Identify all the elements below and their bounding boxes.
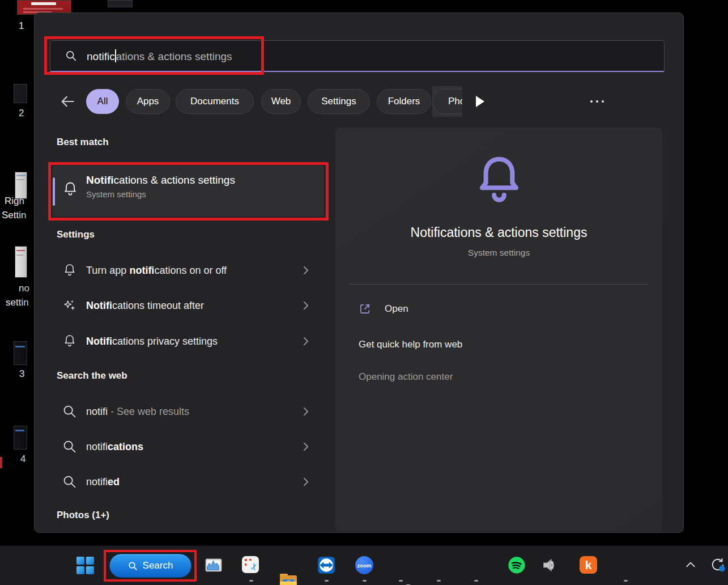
- spotify-icon[interactable]: [508, 556, 526, 574]
- bell-icon: [62, 263, 77, 278]
- search-icon: [65, 50, 77, 62]
- zoom-icon[interactable]: zoom: [355, 556, 373, 574]
- tab-documents[interactable]: Documents: [176, 89, 254, 114]
- scissors-glyph: ✂: [248, 561, 260, 572]
- web-section-header: Search the web: [57, 370, 127, 381]
- tab-all[interactable]: All: [86, 89, 119, 114]
- quick-help-link[interactable]: Get quick help from web: [359, 339, 462, 350]
- running-indicator: [363, 580, 367, 582]
- desktop-file-thumbnail[interactable]: [14, 341, 27, 365]
- tab-label: Apps: [137, 96, 159, 107]
- running-indicator: [249, 580, 253, 582]
- running-indicator: [399, 580, 403, 582]
- tray-chevron-icon[interactable]: [686, 561, 696, 568]
- thumbnail-detail: [0, 457, 2, 468]
- thumbnail-detail: [31, 2, 56, 5]
- best-match-header: Best match: [57, 137, 109, 148]
- preview-pane: Notifications & actions settings System …: [335, 128, 662, 532]
- desktop-icon-label[interactable]: 2: [19, 108, 24, 119]
- best-match-result[interactable]: Notifications & actions settings System …: [53, 166, 324, 217]
- tab-label: Folders: [388, 96, 420, 107]
- desktop-icon-label[interactable]: no: [19, 283, 29, 294]
- windows-start-icon[interactable]: [76, 557, 95, 575]
- result-web-notifi[interactable]: notifi - See web results: [57, 400, 317, 423]
- search-icon: [128, 561, 138, 571]
- result-notifications-privacy[interactable]: Notifications privacy settings: [57, 329, 317, 353]
- desktop-file-thumbnail[interactable]: [14, 426, 27, 450]
- open-label: Open: [385, 303, 408, 315]
- tab-label: Web: [271, 96, 291, 107]
- desktop-icon-label[interactable]: settin: [6, 297, 29, 308]
- divider: [350, 284, 648, 285]
- bell-icon: [473, 152, 525, 210]
- desktop-file-thumbnail[interactable]: [15, 246, 27, 278]
- result-web-notified[interactable]: notified: [57, 470, 317, 494]
- best-match-title: Notifications & actions settings: [86, 174, 235, 186]
- thumbnail-detail: [16, 175, 25, 176]
- tab-settings[interactable]: Settings: [308, 89, 370, 114]
- taskbar-search-button[interactable]: Search: [109, 554, 191, 578]
- taskbar-search-label: Search: [143, 560, 173, 571]
- preview-title: Notifications & actions settings: [335, 225, 662, 240]
- open-button[interactable]: Open: [359, 303, 408, 315]
- running-indicator: [325, 580, 329, 582]
- thumbnail-detail: [23, 8, 63, 10]
- settings-section-header: Settings: [57, 229, 95, 240]
- desktop-icon-label[interactable]: Righ: [5, 196, 24, 207]
- thumbnail-detail: [15, 430, 24, 431]
- desktop-file-thumbnail[interactable]: [15, 172, 27, 199]
- tab-web[interactable]: Web: [261, 89, 301, 114]
- tab-apps[interactable]: Apps: [126, 89, 170, 114]
- result-label: notifi - See web results: [86, 406, 189, 418]
- photos-section-header: Photos (1+): [57, 510, 109, 521]
- zoom-label: zoom: [357, 562, 372, 569]
- desktop-icon-label[interactable]: 3: [19, 368, 24, 380]
- task-manager-icon[interactable]: [205, 556, 223, 574]
- kami-icon[interactable]: k: [580, 556, 597, 574]
- result-turn-app-notifications[interactable]: Turn app notifications on or off: [57, 258, 317, 282]
- scroll-right-icon[interactable]: [476, 96, 484, 107]
- best-match-subtitle: System settings: [86, 189, 235, 199]
- result-web-notifications[interactable]: notifications: [57, 435, 317, 459]
- tab-label: Pho: [448, 96, 462, 107]
- tab-photos[interactable]: Pho: [432, 89, 462, 114]
- chevron-right-icon: [302, 406, 309, 417]
- result-label: notified: [86, 476, 120, 488]
- tab-label: All: [97, 96, 108, 107]
- search-icon: [62, 404, 77, 419]
- back-arrow-icon[interactable]: [59, 93, 76, 110]
- bell-icon: [62, 334, 77, 349]
- volume-icon[interactable]: [541, 556, 560, 574]
- snipping-tool-icon[interactable]: ✂: [242, 556, 259, 573]
- more-options-icon[interactable]: [590, 100, 604, 103]
- chevron-right-icon: [302, 477, 309, 487]
- thumbnail-detail: [16, 250, 25, 251]
- result-label: Notifications privacy settings: [86, 336, 218, 347]
- result-notifications-timeout[interactable]: Notifications timeout after: [57, 294, 317, 317]
- desktop-file-thumbnail[interactable]: [14, 84, 27, 103]
- file-explorer-icon[interactable]: [279, 573, 297, 585]
- result-label: Turn app notifications on or off: [86, 265, 227, 277]
- search-icon: [62, 474, 77, 489]
- running-indicator: [474, 580, 478, 582]
- chevron-right-icon: [302, 442, 309, 452]
- result-label: Notifications timeout after: [86, 300, 204, 312]
- desktop-icon-label[interactable]: 1: [19, 20, 24, 32]
- action-center-link[interactable]: Opening action center: [359, 371, 453, 383]
- tab-folders[interactable]: Folders: [377, 89, 431, 114]
- desktop-icon-label[interactable]: 4: [20, 453, 25, 465]
- desktop-file-thumbnail[interactable]: [108, 0, 133, 7]
- open-external-icon: [359, 303, 371, 315]
- bell-icon: [62, 181, 78, 198]
- sparkle-icon: [62, 298, 77, 313]
- kami-label: k: [585, 558, 592, 572]
- search-input[interactable]: notifications & actions settings: [50, 40, 665, 72]
- chevron-right-icon: [302, 336, 309, 346]
- preview-subtitle: System settings: [335, 248, 662, 258]
- teamviewer-icon[interactable]: [317, 556, 335, 574]
- thumbnail-detail: [15, 346, 25, 347]
- desktop-icon-label[interactable]: Settin: [2, 210, 26, 221]
- desktop: 1 2 Righ Settin no settin 3 4 notificati…: [0, 0, 728, 585]
- sync-status-icon[interactable]: [709, 556, 726, 573]
- tab-photos-clipped[interactable]: Pho: [432, 86, 462, 117]
